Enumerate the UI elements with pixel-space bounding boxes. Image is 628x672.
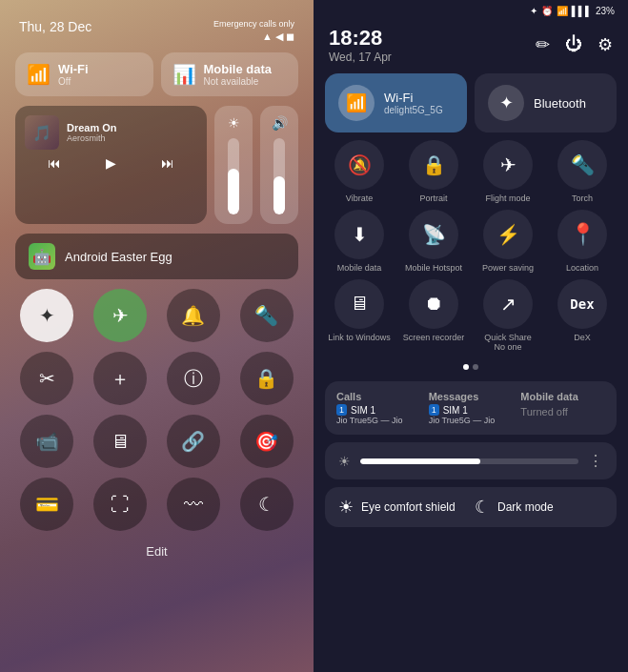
hotspot-item: 📡 Mobile Hotspot	[399, 210, 468, 274]
next-button[interactable]: ⏭	[161, 155, 174, 171]
flight-mode-item: ✈ Flight mode	[474, 140, 542, 204]
bluetooth-right-label: Bluetooth	[534, 96, 586, 111]
camera-btn[interactable]: 📹	[20, 415, 73, 468]
vibrate-btn[interactable]: 🔕	[334, 140, 384, 190]
link-btn[interactable]: 🔗	[167, 415, 220, 468]
torch-right-btn[interactable]: 🔦	[557, 140, 607, 190]
right-date: Wed, 17 Apr	[329, 51, 392, 64]
top-tiles-row: 📶 Wi-Fi delight5G_5G ✦ Bluetooth	[325, 73, 617, 132]
media-card: 🎵 Dream On Aerosmith ⏮ ▶ ⏭	[15, 106, 207, 224]
bluetooth-btn[interactable]: ✦	[20, 289, 73, 342]
wifi-right-icon: 📶	[338, 85, 375, 121]
bluetooth-right-tile[interactable]: ✦ Bluetooth	[475, 73, 617, 132]
torch-right-item: 🔦 Torch	[548, 140, 617, 204]
eye-comfort-icon: ☀	[338, 497, 354, 518]
brightness-icon: ☀	[228, 115, 240, 131]
battery-text: 23%	[596, 6, 615, 16]
more-options-icon[interactable]: ⋮	[588, 452, 603, 470]
vibrate-item: 🔕 Vibrate	[325, 140, 394, 204]
mobile-data-sim-item: Mobile data Turned off	[520, 391, 605, 425]
portrait-label: Portrait	[419, 193, 447, 204]
mobile-data-tile[interactable]: 📊 Mobile data Not available	[161, 52, 299, 96]
easter-egg-banner[interactable]: 🤖 Android Easter Egg	[15, 234, 298, 279]
right-content: 📶 Wi-Fi delight5G_5G ✦ Bluetooth 🔕 Vibra…	[314, 73, 628, 672]
dex-btn[interactable]: Dex	[557, 279, 607, 329]
messages-sim-num: 1 SIM 1	[429, 404, 514, 416]
plus-btn[interactable]: ＋	[93, 352, 147, 405]
media-artist: Aerosmith	[67, 133, 117, 143]
header-icons: ✏ ⏻ ⚙	[536, 34, 613, 55]
mobile-data-btn[interactable]: ⬇	[334, 210, 384, 259]
left-header: Thu, 28 Dec Emergency calls only ▲ ◀ ◼	[15, 19, 298, 43]
wave-btn[interactable]: 〰	[167, 478, 220, 531]
bright-track[interactable]	[360, 458, 578, 464]
hotspot-btn[interactable]: 📡	[409, 210, 458, 259]
album-art: 🎵	[25, 115, 59, 150]
wifi-tile[interactable]: 📶 Wi-Fi Off	[15, 52, 153, 96]
wifi-right-tile[interactable]: 📶 Wi-Fi delight5G_5G	[325, 73, 467, 132]
focus-btn[interactable]: 🎯	[240, 415, 294, 468]
calls-sim-item: Calls 1 SIM 1 Jio True5G — Jio	[336, 391, 421, 425]
calls-sim-badge: 1	[336, 404, 347, 416]
link-windows-btn[interactable]: 🖥	[334, 279, 384, 329]
volume-fill	[273, 176, 285, 214]
torch-btn[interactable]: 🔦	[240, 289, 294, 342]
location-label: Location	[566, 263, 598, 274]
eye-comfort-label: Eye comfort shield	[361, 500, 456, 514]
messages-sim-detail: Jio True5G — Jio	[429, 416, 514, 425]
left-panel: Thu, 28 Dec Emergency calls only ▲ ◀ ◼ 📶…	[0, 0, 314, 672]
power-saving-btn[interactable]: ⚡	[483, 210, 533, 259]
moon-btn[interactable]: ☾	[240, 478, 294, 531]
settings-icon[interactable]: ⚙	[598, 34, 613, 55]
edit-button[interactable]: Edit	[15, 544, 298, 559]
scissors-btn[interactable]: ✂	[20, 352, 73, 405]
prev-button[interactable]: ⏮	[48, 155, 61, 171]
left-status: Emergency calls only ▲ ◀ ◼	[213, 19, 294, 43]
dark-mode-icon: ☾	[475, 497, 490, 518]
vibrate-label: Vibrate	[346, 193, 373, 204]
play-button[interactable]: ▶	[106, 155, 116, 171]
eye-comfort-item[interactable]: ☀ Eye comfort shield	[338, 497, 467, 518]
lock-btn[interactable]: 🔒	[240, 352, 294, 405]
status-bluetooth-icon: ✦	[530, 6, 537, 16]
screen-recorder-btn[interactable]: ⏺	[409, 279, 458, 329]
mobile-data-sub: Not available	[204, 76, 273, 87]
messages-sim-item: Messages 1 SIM 1 Jio True5G — Jio	[429, 391, 514, 425]
status-signal-icon: ▌▌▌	[572, 6, 592, 16]
brightness-slider[interactable]: ☀	[214, 106, 253, 224]
bright-fill	[360, 458, 480, 464]
flight-mode-btn[interactable]: ✈	[483, 140, 533, 190]
media-controls[interactable]: ⏮ ▶ ⏭	[25, 155, 197, 171]
wifi-sub: Off	[58, 76, 89, 87]
notification-btn[interactable]: 🔔	[167, 289, 220, 342]
quick-share-item: ↗ Quick ShareNo one	[474, 279, 542, 354]
hotspot-label: Mobile Hotspot	[405, 263, 462, 274]
brightness-row: ☀ ⋮	[325, 442, 617, 479]
edit-icon[interactable]: ✏	[536, 34, 550, 55]
power-saving-item: ⚡ Power saving	[474, 210, 542, 274]
dark-mode-item[interactable]: ☾ Dark mode	[475, 497, 603, 518]
flight-mode-label: Flight mode	[485, 193, 530, 204]
info-btn[interactable]: ⓘ	[167, 352, 220, 405]
location-btn[interactable]: 📍	[557, 210, 607, 259]
media-sliders-row: 🎵 Dream On Aerosmith ⏮ ▶ ⏭ ☀ 🔊	[15, 106, 298, 224]
calls-sim-name: SIM 1	[351, 405, 375, 416]
card-btn[interactable]: 💳	[20, 478, 73, 531]
power-icon[interactable]: ⏻	[565, 34, 582, 55]
mobile-data-sim-label: Mobile data	[520, 391, 605, 402]
portrait-item: 🔒 Portrait	[399, 140, 468, 204]
volume-slider[interactable]: 🔊	[260, 106, 298, 224]
power-saving-label: Power saving	[482, 263, 534, 274]
right-statusbar: ✦ ⏰ 📶 ▌▌▌ 23%	[314, 0, 628, 20]
airplane-btn[interactable]: ✈	[93, 289, 147, 342]
screen-recorder-item: ⏺ Screen recorder	[399, 279, 468, 354]
expand-btn[interactable]: ⛶	[93, 478, 147, 531]
portrait-btn[interactable]: 🔒	[409, 140, 458, 190]
link-windows-label: Link to Windows	[328, 333, 391, 343]
quick-share-btn[interactable]: ↗	[483, 279, 533, 329]
screen-btn[interactable]: 🖥	[93, 415, 147, 468]
wifi-right-sub: delight5G_5G	[384, 105, 443, 115]
messages-sim-name: SIM 1	[443, 405, 468, 416]
screen-recorder-label: Screen recorder	[403, 333, 465, 343]
right-header: 18:28 Wed, 17 Apr ✏ ⏻ ⚙	[314, 20, 628, 73]
